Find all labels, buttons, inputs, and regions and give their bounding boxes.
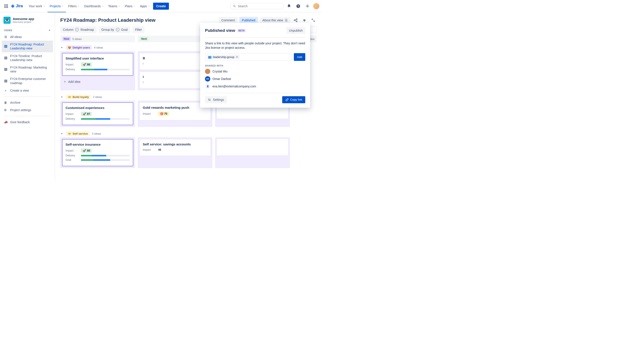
user-avatar[interactable] [313, 3, 319, 9]
impact-label: I [143, 62, 156, 65]
trash-icon: 🗑 [4, 101, 8, 105]
add-view-icon[interactable]: ＋ [48, 28, 51, 32]
unpublish-button[interactable]: Unpublish [286, 27, 305, 34]
board-icon [4, 79, 8, 83]
delivery-bar [81, 118, 130, 120]
sidebar: 👁️ Awesome app Discovery project VIEWS ＋… [0, 12, 55, 181]
add-button[interactable]: Add [294, 53, 305, 61]
help-icon[interactable]: ? [295, 3, 302, 10]
chevron-down-icon [62, 5, 64, 7]
settings-icon[interactable] [304, 3, 311, 10]
view-label: All ideas [10, 35, 22, 39]
emoji-icon: 🤝 [68, 132, 71, 135]
project-icon: 👁️ [4, 17, 10, 24]
published-button[interactable]: Published [239, 17, 258, 23]
search-input[interactable] [238, 4, 281, 8]
board-icon [4, 68, 8, 71]
share-input-box[interactable]: 👥 leadership-group ✕ [205, 53, 292, 61]
chevron-down-icon [133, 5, 136, 7]
impact-badge: 🚀 97 [81, 112, 92, 116]
svg-rect-5 [4, 45, 5, 48]
comment-button[interactable]: Comment [219, 17, 238, 23]
group-filter[interactable]: Group by ✓ Goal [99, 26, 130, 33]
impact-label: Impact [143, 112, 156, 115]
view-item[interactable]: FY24 Timeline: Product Leadership view [2, 52, 53, 64]
group-count: 2 ideas [93, 95, 102, 99]
svg-text:?: ? [297, 4, 299, 7]
group-label[interactable]: 😍 Delight users [66, 45, 92, 50]
impact-badge: 🎯 75 [158, 112, 169, 116]
views-heading: VIEWS [4, 29, 12, 32]
nav-filters[interactable]: Filters [66, 3, 82, 9]
jira-logo[interactable]: Jira [10, 4, 23, 8]
beta-badge: BETA [237, 29, 246, 32]
view-item[interactable]: FY24 Roadmap: Marketing view [2, 64, 53, 75]
idea-card[interactable]: Self-service insuranceImpact🚀 80Delivery… [62, 139, 133, 166]
person-avatar [205, 69, 210, 74]
project-header[interactable]: 👁️ Awesome app Discovery project [2, 16, 53, 27]
group-label[interactable]: 🤝 Self service [66, 131, 90, 136]
card-title: I [143, 75, 208, 79]
app-switcher[interactable] [3, 3, 10, 10]
view-label: FY24 Enterprise customer roadmap [10, 77, 51, 85]
svg-rect-6 [6, 45, 6, 48]
project-settings[interactable]: ⚙Project settings [2, 106, 53, 114]
svg-rect-7 [6, 45, 7, 48]
view-item[interactable]: All ideas [2, 33, 53, 41]
nav-plans[interactable]: Plans [122, 3, 138, 9]
create-view[interactable]: ＋Create a view [2, 87, 53, 94]
view-item[interactable]: FY24 Enterprise customer roadmap [2, 75, 53, 87]
plus-icon: ＋ [63, 80, 66, 84]
nav-projects[interactable]: Projects [48, 3, 66, 9]
group-icon: 👥 [208, 55, 212, 59]
card-title: Self-service insurance [66, 143, 130, 146]
svg-rect-9 [6, 57, 6, 59]
copy-link-button[interactable]: Copy link [282, 96, 305, 103]
expand-icon[interactable] [310, 17, 317, 24]
popover-settings-button[interactable]: Settings [205, 96, 227, 103]
remove-chip-icon[interactable]: ✕ [236, 55, 238, 59]
person-name: Crystal Wu [212, 70, 228, 73]
archive[interactable]: 🗑Archive [2, 99, 53, 106]
search-icon [233, 4, 236, 8]
create-button[interactable]: Create [153, 3, 169, 10]
sliders-icon [208, 98, 211, 101]
board-icon [4, 56, 8, 60]
delivery-bar [81, 69, 130, 70]
nav-teams[interactable]: Teams [106, 3, 122, 9]
add-idea[interactable]: ＋ Add idea [62, 78, 133, 85]
person-name: eva.lien@externalcompany.com [212, 85, 256, 88]
nav-your-work[interactable]: Your work [26, 3, 48, 9]
about-view-button[interactable]: About this view ☰ [260, 17, 290, 23]
nav-apps[interactable]: Apps [138, 3, 152, 9]
svg-rect-14 [4, 80, 5, 82]
shared-person: Crystal Wu [205, 69, 305, 74]
group-label[interactable]: 🤝 Build loyalty [66, 95, 90, 99]
give-feedback[interactable]: 📣Give feedback [2, 118, 53, 126]
nav-dashboards[interactable]: Dashboards [82, 3, 106, 9]
idea-card[interactable]: Simplified user interfaceImpact🚀 98Deliv… [62, 53, 133, 76]
delivery-bar [81, 155, 130, 156]
chevron-down-icon [148, 5, 150, 7]
column-filter[interactable]: Column ✓ Roadmap [60, 26, 96, 33]
board-icon [4, 45, 8, 48]
card-title: Self service: savings accounts [143, 142, 208, 146]
card-title: Gold rewards marketing push [143, 106, 208, 109]
delivery-label: Delivery [66, 68, 78, 71]
delivery-label: Delivery [66, 154, 78, 157]
collapse-icon[interactable] [60, 95, 64, 99]
collapse-icon[interactable] [60, 46, 64, 49]
view-item[interactable]: FY24 Roadmap: Product Leadership view [2, 41, 53, 52]
svg-line-21 [295, 20, 296, 21]
svg-rect-11 [4, 68, 5, 71]
collapse-icon[interactable] [60, 132, 64, 136]
card-title: B [143, 56, 208, 60]
global-search[interactable] [230, 3, 283, 9]
filter-button[interactable]: Filter [132, 26, 144, 33]
idea-card[interactable]: Customised experiencesImpact🚀 97Delivery [62, 102, 133, 125]
shared-with-label: SHARED WITH [205, 64, 305, 67]
jira-icon [10, 4, 15, 8]
notifications-icon[interactable] [286, 3, 292, 10]
idea-card[interactable]: Self service: savings accountsImpact46 [140, 139, 211, 156]
svg-rect-12 [6, 68, 6, 71]
